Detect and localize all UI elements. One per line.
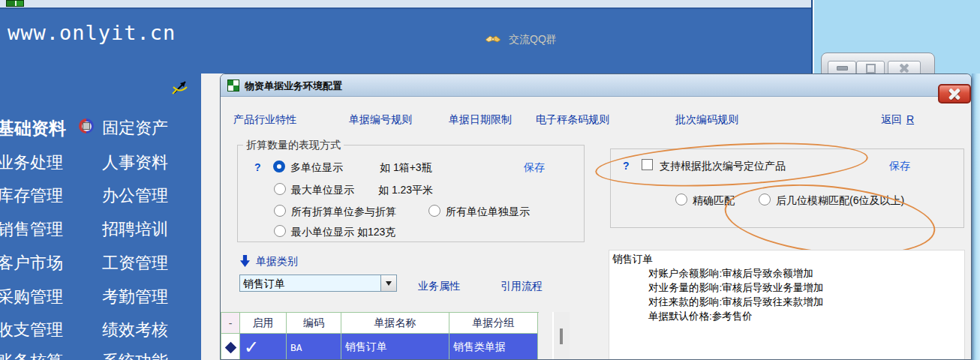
sidebar-item-hr[interactable]: 人事资料	[102, 152, 168, 174]
nav-product-industry[interactable]: 产品行业特性	[233, 113, 296, 127]
table-row[interactable]: ✓ BA 销售订单 销售类单据	[221, 334, 539, 360]
doc-category-select[interactable]: 销售订单	[239, 274, 397, 292]
dialog-close-button[interactable]	[938, 84, 971, 104]
sidebar-item-fixed-assets[interactable]: 固定资产	[102, 117, 168, 140]
return-link[interactable]: 返回R	[881, 113, 914, 127]
radio-exact-match-label: 精确匹配	[693, 194, 735, 208]
info-line: 对账户余额影响:审核后导致余额增加	[612, 266, 961, 280]
sidebar-item-sales[interactable]: 销售管理	[0, 218, 63, 241]
sidebar-item-base-data[interactable]: 基础资料	[0, 117, 66, 140]
table-header-group: 单据分组	[449, 313, 538, 334]
row-name-cell: 销售订单	[341, 334, 449, 360]
sidebar-item-recruit[interactable]: 招聘培训	[102, 218, 168, 241]
dialog-icon	[227, 80, 239, 92]
sidebar-item-attendance[interactable]: 考勤管理	[102, 286, 168, 308]
dropdown-button[interactable]	[380, 275, 396, 291]
sidebar-item-accounting[interactable]: 账务核算	[0, 350, 63, 360]
dialog-title: 物资单据业务环境配置	[245, 80, 342, 93]
diamond-icon	[224, 341, 236, 353]
sidebar-item-performance[interactable]: 绩效考核	[102, 319, 168, 341]
qq-group-link[interactable]: 交流QQ群	[485, 33, 557, 46]
minimize-icon	[837, 66, 848, 70]
cursor-icon	[171, 78, 189, 96]
multi-unit-example: 如 1箱+3瓶	[380, 161, 432, 175]
app-icon	[6, 0, 24, 7]
save-batch-button[interactable]: 保存	[889, 160, 910, 173]
site-url: www.onlyit.cn	[8, 21, 176, 44]
help-icon[interactable]: ?	[623, 160, 630, 172]
radio-units-separate[interactable]	[428, 205, 440, 217]
sidebar-item-salary[interactable]: 工资管理	[102, 252, 168, 274]
close-icon	[948, 88, 961, 99]
down-arrow-icon	[240, 255, 250, 267]
batch-locate-checkbox-label: 支持根据批次编号定位产品	[660, 160, 786, 173]
radio-fuzzy-match-label: 后几位模糊匹配(6位及以上)	[776, 194, 904, 208]
radio-multi-unit-label: 多单位显示	[290, 161, 343, 175]
sidebar-item-office[interactable]: 办公管理	[102, 184, 168, 207]
info-line: 销售订单	[612, 252, 961, 266]
doc-category-value: 销售订单	[240, 275, 380, 291]
quantity-groupbox-legend: 折算数量的表现方式	[243, 139, 344, 152]
radio-multi-unit[interactable]	[273, 160, 285, 172]
max-unit-example: 如 1.23平米	[378, 184, 433, 197]
nav-doc-number-rule[interactable]: 单据编号规则	[349, 113, 412, 127]
help-icon[interactable]: ?	[254, 161, 261, 173]
nav-batch-code-rule[interactable]: 批次编码规则	[675, 113, 738, 127]
radio-units-separate-label: 所有单位单独显示	[446, 206, 530, 219]
table-header-name: 单据名称	[341, 313, 449, 334]
radio-fuzzy-match[interactable]	[759, 194, 771, 206]
radio-max-unit-label: 最大单位显示	[291, 184, 354, 197]
dropdown-arrow-icon	[386, 281, 392, 286]
row-enabled-cell: ✓	[240, 334, 287, 360]
background-window-titlebar	[821, 52, 935, 75]
maximize-icon	[866, 64, 876, 74]
doc-info-panel: 销售订单 对账户余额影响:审核后导致余额增加 对业务量的影响:审核后导致业务量增…	[609, 250, 965, 360]
nav-scale-barcode-rule[interactable]: 电子秤条码规则	[536, 113, 609, 127]
save-quantity-button[interactable]: 保存	[524, 161, 545, 175]
sidebar-item-system[interactable]: 系统功能	[102, 350, 168, 360]
sidebar-item-business[interactable]: 业务处理	[0, 152, 63, 174]
refresh-icon	[79, 118, 94, 134]
radio-min-unit-label: 最小单位显示 如123克	[291, 226, 395, 239]
doc-table: - 启用 编码 单据名称 单据分组 ✓ BA 销售订单 销售类单据	[221, 312, 539, 360]
radio-all-units-convert-label: 所有折算单位参与折算	[291, 206, 396, 219]
row-group-cell: 销售类单据	[449, 334, 538, 360]
sidebar-item-inventory[interactable]: 库存管理	[0, 184, 63, 207]
table-header-enabled: 启用	[240, 313, 287, 334]
table-header-marker: -	[221, 313, 240, 334]
scrollbar-thumb[interactable]	[560, 328, 563, 344]
close-icon	[899, 64, 909, 73]
info-line: 对业务量的影响:审核后导致业务量增加	[612, 280, 961, 295]
table-header-row: - 启用 编码 单据名称 单据分组	[221, 313, 539, 334]
qq-group-label: 交流QQ群	[509, 33, 557, 46]
row-code-cell: BA	[287, 334, 341, 360]
table-header-code: 编码	[287, 313, 341, 334]
config-dialog: 物资单据业务环境配置 产品行业特性 单据编号规则 单据日期限制 电子秤条码规则 …	[220, 74, 972, 360]
radio-max-unit[interactable]	[274, 183, 286, 195]
nav-doc-date-limit[interactable]: 单据日期限制	[449, 113, 512, 127]
batch-locate-checkbox[interactable]	[642, 159, 653, 170]
sidebar-item-income[interactable]: 收支管理	[0, 319, 63, 341]
doc-category-label: 单据类别	[256, 255, 298, 268]
info-line: 单据默认价格:参考售价	[612, 309, 961, 323]
sidebar-item-purchase[interactable]: 采购管理	[0, 286, 63, 308]
handshake-icon	[485, 34, 501, 46]
right-window-sliver	[972, 74, 980, 360]
radio-all-units-convert[interactable]	[274, 205, 286, 217]
ref-flow-link[interactable]: 引用流程	[501, 280, 543, 293]
info-line: 对往来款的影响:审核后导致往来款增加	[612, 295, 961, 309]
business-attr-link[interactable]: 业务属性	[418, 280, 460, 293]
radio-min-unit[interactable]	[274, 225, 286, 237]
radio-exact-match[interactable]	[675, 194, 687, 206]
row-marker-cell	[221, 334, 240, 360]
sidebar-item-customer[interactable]: 客户市场	[0, 252, 63, 274]
check-icon: ✓	[244, 338, 259, 356]
